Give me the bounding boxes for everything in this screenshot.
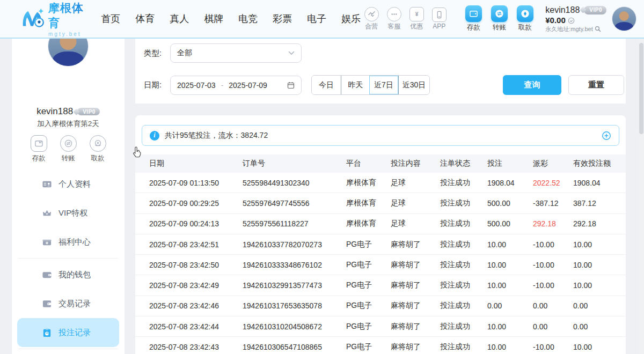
sidebar: kevin188 VIP0 加入摩根体育第2天 存款 转账 取款 xyxy=(12,39,125,354)
type-select[interactable]: 全部 xyxy=(170,43,302,63)
cell-payout: 0.00 xyxy=(533,322,573,331)
cell-valid-amount: 0.00 xyxy=(573,301,626,310)
sidebar-item-welfare[interactable]: 福利中心 xyxy=(12,227,125,256)
range-7days-button[interactable]: 近7日 xyxy=(369,76,398,94)
logo-subtitle: mgty.bet xyxy=(48,31,86,37)
sidebar-item-label: 交易记录 xyxy=(58,299,91,309)
col-valid: 有效投注额 xyxy=(573,159,626,168)
cell-date: 2025-07-08 23:42:43 xyxy=(149,343,243,351)
sidebar-item-label: 个人资料 xyxy=(58,179,91,189)
transfer-arrows-icon xyxy=(491,5,508,22)
nav-esports[interactable]: 电竞 xyxy=(238,12,258,25)
nav-board-games[interactable]: 棋牌 xyxy=(204,12,223,25)
deposit-button[interactable]: 存款 xyxy=(460,5,486,32)
sidebar-deposit-button[interactable]: 存款 xyxy=(27,135,50,163)
table-row[interactable]: 2025-07-09 00:24:13 5255975561118227 摩根体… xyxy=(135,214,626,234)
table-row[interactable]: 2025-07-08 23:42:49 1942610329913577473 … xyxy=(135,275,626,296)
range-today-button[interactable]: 今日 xyxy=(312,76,341,94)
cell-status: 投注成功 xyxy=(440,322,487,331)
table-row[interactable]: 2025-07-08 23:42:46 1942610317653635078 … xyxy=(135,296,626,316)
cell-date: 2025-07-09 00:29:25 xyxy=(149,199,243,208)
header-user-info: kevin188 VIP0 ¥0.00 永久地址:mgty.bet xyxy=(545,5,606,33)
sidebar-item-prize-records[interactable]: 兑奖记录 xyxy=(12,351,125,354)
cell-payout: 292.18 xyxy=(533,219,573,228)
page-scrollbar[interactable] xyxy=(639,39,644,354)
sidebar-item-transactions[interactable]: 交易记录 xyxy=(12,289,125,318)
refresh-balance-icon[interactable] xyxy=(568,17,575,24)
cell-order-number: 1942610317653635078 xyxy=(243,301,346,310)
avatar[interactable] xyxy=(612,6,636,31)
sidebar-item-bet-records[interactable]: 投注记录 xyxy=(17,318,119,347)
username[interactable]: kevin188 xyxy=(545,5,580,16)
nav-sports[interactable]: 体育 xyxy=(135,12,155,25)
withdraw-button[interactable]: 取款 xyxy=(512,5,538,32)
sidebar-item-vip[interactable]: VIP特权 xyxy=(12,198,125,227)
promo-button[interactable]: ¥ 优惠 xyxy=(406,7,427,31)
joined-days-text: 加入摩根体育第2天 xyxy=(12,119,125,129)
nav-home[interactable]: 首页 xyxy=(101,12,120,25)
cell-platform: PG电子 xyxy=(346,342,391,352)
cell-platform: PG电子 xyxy=(346,301,391,311)
sidebar-item-label: 投注记录 xyxy=(58,328,91,338)
handshake-icon xyxy=(364,7,379,21)
cell-bet-amount: 1908.04 xyxy=(487,179,533,187)
cell-bet-content: 足球 xyxy=(391,198,440,208)
cell-valid-amount: 10.00 xyxy=(573,343,626,351)
svg-text:¥: ¥ xyxy=(415,11,418,17)
transfer-arrows-icon xyxy=(60,135,77,152)
nav-slots[interactable]: 电子 xyxy=(307,12,326,25)
search-button[interactable]: 查询 xyxy=(503,75,561,95)
circle-plus-icon[interactable] xyxy=(602,131,611,141)
cell-order-number: 1942610310204508672 xyxy=(243,322,346,331)
sidebar-transfer-button[interactable]: 转账 xyxy=(56,135,80,163)
sidebar-withdraw-button[interactable]: 取款 xyxy=(86,135,109,163)
col-platform: 平台 xyxy=(346,159,391,168)
table-row[interactable]: 2025-07-08 23:42:50 1942610333348676102 … xyxy=(135,255,626,275)
cell-status: 投注成功 xyxy=(440,281,487,290)
cell-bet-content: 麻将胡了 xyxy=(391,281,440,290)
table-row[interactable]: 2025-07-08 23:42:43 1942610306547108865 … xyxy=(135,337,626,354)
table-header-row: 日期 订单号 平台 投注内容 注单状态 投注 派彩 有效投注额 xyxy=(135,154,626,173)
table-row[interactable]: 2025-07-09 01:13:50 5255984491302340 摩根体… xyxy=(135,173,626,193)
wallet-icon xyxy=(42,270,52,280)
nav-entertainment[interactable]: 娱乐 xyxy=(341,12,361,25)
sidebar-item-profile[interactable]: 个人资料 xyxy=(12,169,125,198)
cell-payout: -10.00 xyxy=(533,281,573,290)
transfer-button[interactable]: 转账 xyxy=(486,5,512,32)
cell-bet-content: 麻将胡了 xyxy=(391,301,440,311)
app-download-button[interactable]: APP xyxy=(428,8,450,30)
table-row[interactable]: 2025-07-09 00:29:25 5255976497745556 摩根体… xyxy=(135,193,626,213)
cell-date: 2025-07-08 23:42:50 xyxy=(149,261,243,269)
cell-payout: -10.00 xyxy=(533,343,573,351)
sidebar-avatar[interactable] xyxy=(48,39,89,67)
cell-valid-amount: 387.12 xyxy=(573,199,626,208)
date-range-input[interactable]: 2025-07-03 - 2025-07-09 xyxy=(170,76,302,95)
nav-lottery[interactable]: 彩票 xyxy=(273,12,292,25)
cell-payout: -10.00 xyxy=(533,261,573,269)
col-status: 注单状态 xyxy=(440,159,487,168)
partner-button[interactable]: 合营 xyxy=(361,7,382,31)
range-yesterday-button[interactable]: 昨天 xyxy=(341,76,370,94)
cell-bet-content: 麻将胡了 xyxy=(391,342,440,352)
filter-panel: 类型: 全部 日期: 2025-07-03 - 2025-07-09 今日 昨天… xyxy=(135,39,626,104)
cell-date: 2025-07-08 23:42:46 xyxy=(149,301,243,310)
support-button[interactable]: 客服 xyxy=(383,7,405,31)
range-30days-button[interactable]: 近30日 xyxy=(398,76,429,94)
table-row[interactable]: 2025-07-08 23:42:44 1942610310204508672 … xyxy=(135,316,626,337)
cell-status: 投注成功 xyxy=(440,260,487,270)
summary-text: 共计95笔投注，流水：3824.72 xyxy=(165,131,602,141)
cell-order-number: 1942610333348676102 xyxy=(243,261,346,269)
magnifier-icon[interactable] xyxy=(595,26,601,32)
scrollbar-thumb[interactable] xyxy=(639,43,643,134)
cell-status: 投注成功 xyxy=(440,240,487,249)
site-logo[interactable]: 摩根体育 mgty.bet xyxy=(20,1,86,37)
cell-platform: PG电子 xyxy=(346,281,391,290)
reset-button[interactable]: 重置 xyxy=(568,75,624,95)
nav-live[interactable]: 真人 xyxy=(170,12,189,25)
sidebar-item-label: 我的钱包 xyxy=(58,270,91,280)
table-row[interactable]: 2025-07-08 23:42:51 1942610337782070273 … xyxy=(135,234,626,255)
profile-card-icon xyxy=(42,179,52,189)
sidebar-item-wallet[interactable]: 我的钱包 xyxy=(12,260,125,289)
cell-status: 投注成功 xyxy=(440,198,487,208)
cell-payout: 2022.52 xyxy=(533,179,573,187)
